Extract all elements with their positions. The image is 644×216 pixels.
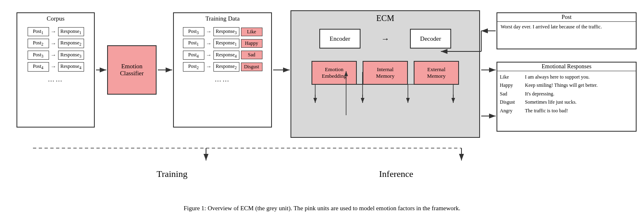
ecm-box: ECM Encoder → Decoder EmotionEmbedding I… (290, 10, 480, 138)
list-item: Post4 → Response4 (20, 62, 91, 71)
decoder-box: Decoder (410, 29, 451, 49)
list-item: Post3 → Response3 Like (176, 27, 269, 36)
emotion-labels-column: LikeHappySadDisgustAngry (500, 73, 522, 115)
internal-memory-box: InternalMemory (363, 61, 408, 85)
responses-text-column: I am always here to support you. Keep sm… (525, 73, 597, 115)
td-response-1: Response1 (213, 39, 239, 48)
arrow-icon: → (206, 40, 212, 47)
post-box-2: Post2 (28, 39, 49, 48)
right-post-title: Post (497, 13, 636, 22)
ecm-bottom-row: EmotionEmbedding InternalMemory External… (291, 61, 479, 85)
figure-caption: Figure 1: Overview of ECM (the grey unit… (0, 205, 644, 212)
encoder-label: Encoder (330, 35, 350, 42)
encoder-decoder-arrow: → (381, 34, 389, 44)
emotion-tag-sad: Sad (241, 51, 262, 59)
training-label: Training (157, 169, 187, 179)
encoder-box: Encoder (319, 29, 361, 49)
post-box-1: Post1 (28, 27, 49, 36)
list-item: Post1 → Response1 (20, 27, 91, 36)
td-response-3: Response3 (213, 27, 239, 36)
emotional-responses-title: Emotional Responses (497, 63, 636, 71)
external-memory-box: ExternalMemory (414, 61, 459, 85)
post-box-3: Post3 (28, 51, 49, 60)
emotional-responses-box: Emotional Responses LikeHappySadDisgustA… (496, 62, 637, 132)
ecm-title: ECM (291, 11, 479, 25)
training-data-title: Training Data (174, 13, 271, 24)
td-post-1: Post1 (183, 39, 204, 48)
diagram-area: Corpus Post1 → Response1 Post2 → Respons… (8, 4, 636, 191)
decoder-label: Decoder (420, 35, 441, 42)
ecm-top-row: Encoder → Decoder (291, 29, 479, 49)
arrow-icon: → (51, 63, 56, 70)
td-post-2: Post2 (183, 62, 204, 71)
right-post-box: Post Worst day ever. I arrived late beca… (496, 12, 637, 49)
td-response-2: Response2 (213, 62, 239, 71)
emotion-classifier-label: EmotionClassifier (120, 63, 144, 77)
emotional-responses-content: LikeHappySadDisgustAngry I am always her… (497, 71, 636, 116)
emotion-tag-disgust: Disgust (241, 63, 262, 71)
training-data-box: Training Data Post3 → Response3 Like Pos… (173, 12, 272, 128)
arrow-icon: → (206, 63, 212, 70)
training-rows: Post3 → Response3 Like Post1 → Response1… (174, 24, 271, 85)
list-item: Post3 → Response3 (20, 51, 91, 60)
emotion-tag-happy: Happy (241, 39, 262, 48)
list-item: Post4 → Response4 Sad (176, 51, 269, 60)
list-item: Post1 → Response1 Happy (176, 39, 269, 48)
corpus-dots: …… (20, 76, 91, 83)
list-item: Post2 → Response2 Disgust (176, 62, 269, 71)
list-item: Post2 → Response2 (20, 39, 91, 48)
post-box-4: Post4 (28, 62, 49, 71)
arrow-icon: → (206, 52, 212, 58)
td-post-4: Post4 (183, 51, 204, 60)
arrow-icon: → (51, 40, 56, 47)
arrow-icon: → (206, 28, 212, 35)
right-post-content: Worst day ever. I arrived late because o… (497, 22, 636, 32)
inference-label: Inference (379, 169, 413, 179)
arrow-icon: → (51, 28, 56, 35)
emotion-classifier-box: EmotionClassifier (107, 45, 157, 95)
response-box-1: Response1 (58, 27, 84, 36)
response-box-3: Response3 (58, 51, 84, 60)
training-dots: …… (176, 76, 269, 83)
corpus-box: Corpus Post1 → Response1 Post2 → Respons… (16, 12, 95, 128)
emotion-embedding-box: EmotionEmbedding (311, 61, 357, 85)
arrow-icon: → (51, 52, 56, 58)
td-post-3: Post3 (183, 27, 204, 36)
td-response-4: Response4 (213, 51, 239, 60)
emotion-tag-like: Like (241, 28, 262, 36)
response-box-4: Response4 (58, 62, 84, 71)
corpus-rows: Post1 → Response1 Post2 → Response2 Post… (17, 24, 94, 85)
corpus-title: Corpus (17, 13, 94, 24)
response-box-2: Response2 (58, 39, 84, 48)
